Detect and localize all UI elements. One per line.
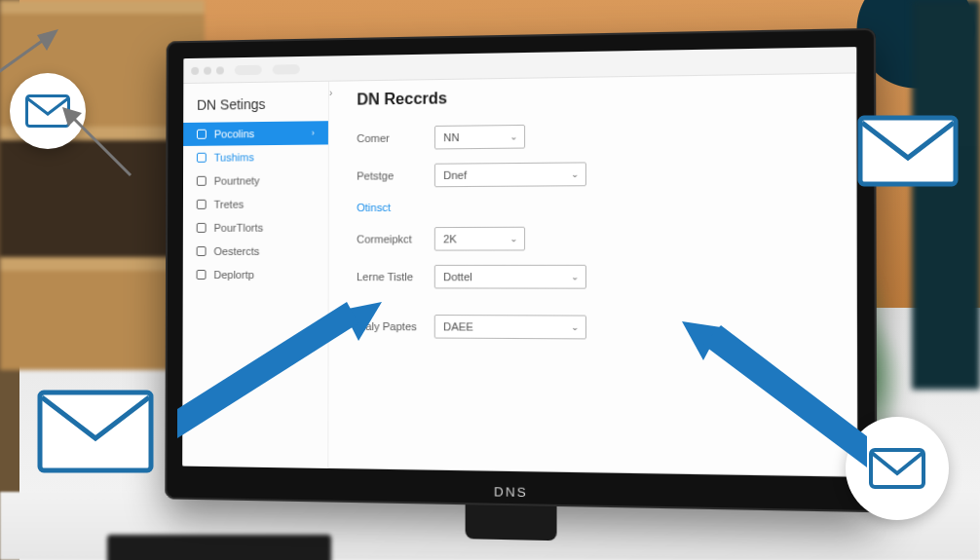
svg-marker-11 [37,29,58,51]
list-icon [197,176,207,186]
list-icon [197,223,207,233]
svg-line-8 [74,119,131,175]
field-label: Petstge [357,169,434,182]
chevron-right-icon: › [312,128,315,137]
tlaly-paptes-select[interactable]: DAEE ⌄ [434,315,586,339]
form-row-lerne-tistle: Lerne Tistle Dottel ⌄ [357,265,836,289]
sidebar-item-5[interactable]: Oestercts [183,240,328,263]
svg-rect-2 [860,118,956,184]
sidebar-item-0[interactable]: Pocolins › [183,121,328,146]
chevron-down-icon: ⌄ [571,169,579,179]
list-icon [197,246,207,256]
chevron-down-icon: ⌄ [509,131,517,141]
sidebar-item-6[interactable]: Deplortp [183,263,328,286]
chevron-down-icon: ⌄ [571,322,579,332]
select-value: 2K [443,233,457,244]
sidebar-item-label: Tushims [214,151,254,163]
sidebar-item-label: PourTlorts [214,222,264,234]
sidebar-item-4[interactable]: PourTlorts [183,215,328,240]
list-icon [197,130,207,139]
form-row-comer: Comer NN ⌄ [357,121,835,150]
select-value: Dottel [443,271,472,282]
page-title: DN Reccrds [357,84,835,108]
form-row-petstge: Petstge Dnef ⌄ [357,160,835,188]
monitor-stand [466,504,557,541]
form-row-otinsct: Otinsct [357,199,836,213]
mail-icon [857,115,959,187]
list-icon [197,270,207,280]
keyboard-blur [107,535,331,560]
field-label: Lerne Tistle [357,271,434,282]
sidebar-item-label: Tretes [214,199,245,210]
arrow-icon [62,107,140,185]
comer-select[interactable]: NN ⌄ [434,125,525,150]
list-icon [197,200,207,209]
svg-marker-5 [177,302,358,438]
field-label: Comer [357,131,434,144]
sidebar-item-label: Pourtnety [214,174,260,186]
sidebar-item-label: Pocolins [214,128,254,139]
arrow-icon [682,321,867,467]
svg-line-10 [0,39,45,78]
sidebar-item-3[interactable]: Tretes [183,192,328,216]
select-value: DAEE [443,320,473,332]
window-control-dot[interactable] [216,66,224,74]
field-label: Cormeipkct [357,233,434,244]
window-control-dot[interactable] [204,66,211,74]
sidebar-item-label: Deplortp [213,269,253,280]
petstge-select[interactable]: Dnef ⌄ [434,162,586,187]
arrow-icon [0,29,58,78]
sidebar-item-label: Oestercts [213,245,259,257]
wall-monitor-blur [912,0,980,390]
sidebar-title: DN Setings [183,92,328,123]
select-value: NN [443,131,459,143]
svg-rect-1 [40,392,151,470]
svg-rect-3 [871,450,923,487]
window-tab-placeholder [273,64,300,75]
sidebar-item-1[interactable]: Tushims [183,144,328,168]
arrow-icon [177,302,382,438]
breadcrumb-caret: › [329,88,332,98]
window-control-dot[interactable] [191,66,199,74]
field-link[interactable]: Otinsct [357,202,434,214]
window-tab-placeholder [235,64,262,74]
select-value: Dnef [443,169,467,181]
svg-marker-7 [703,325,867,467]
sidebar-item-2[interactable]: Pourtnety [183,168,328,193]
mail-icon [37,390,154,473]
chevron-down-icon: ⌄ [571,272,579,281]
cormeipkct-select[interactable]: 2K ⌄ [434,227,525,251]
lerne-tistle-select[interactable]: Dottel ⌄ [434,265,586,289]
chevron-down-icon: ⌄ [509,234,517,243]
form-row-cormeipkct: Cormeipkct 2K ⌄ [357,226,836,251]
list-icon [197,153,207,163]
monitor-brand-label: DNS [494,484,528,500]
